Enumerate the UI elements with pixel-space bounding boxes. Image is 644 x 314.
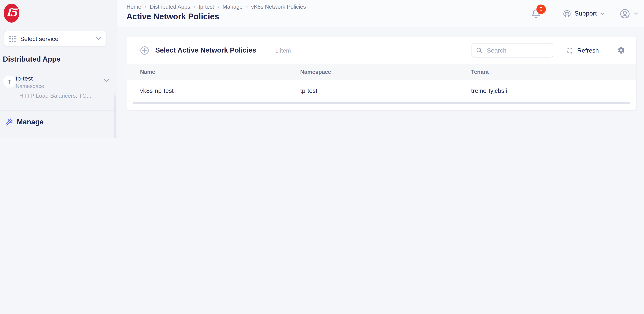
f5-logo[interactable]: f5 bbox=[4, 4, 19, 22]
app-root: f5 Select service Distributed Apps T tp-… bbox=[0, 0, 644, 138]
cell-tenant: treino-tyjcbsii bbox=[471, 87, 623, 94]
sidebar-item-load-balancers[interactable]: Load Balancers bbox=[0, 134, 117, 138]
breadcrumb-distributed-apps[interactable]: Distributed Apps bbox=[150, 4, 190, 10]
card-title: Select Active Network Policies bbox=[155, 46, 256, 54]
support-menu[interactable]: Support bbox=[562, 9, 605, 18]
page-title: Active Network Policies bbox=[126, 12, 219, 21]
breadcrumb: Home › Distributed Apps › tp-test › Mana… bbox=[126, 3, 306, 10]
scrolled-nav-item-subtitle: HTTP Load Balancers, TC... bbox=[19, 94, 114, 99]
sidebar-scrollbar-track[interactable] bbox=[114, 95, 116, 138]
chevron-down-icon bbox=[96, 37, 101, 40]
namespace-avatar: T bbox=[3, 76, 16, 88]
manage-label: Manage bbox=[17, 118, 44, 126]
divider bbox=[0, 110, 117, 111]
breadcrumb-vk8s-network-policies: vK8s Network Policies bbox=[251, 4, 306, 10]
breadcrumb-manage[interactable]: Manage bbox=[222, 4, 242, 10]
notifications-bell-button[interactable]: 5 bbox=[530, 8, 541, 19]
search-icon bbox=[476, 47, 483, 54]
user-icon bbox=[620, 8, 630, 19]
chevron-down-icon bbox=[104, 79, 109, 82]
sidebar-nav: Load Balancers Virtual Sites Alerts Mana… bbox=[0, 134, 117, 138]
divider bbox=[552, 6, 553, 20]
breadcrumb-separator: › bbox=[246, 3, 248, 10]
cell-name: vk8s-np-test bbox=[140, 87, 300, 94]
account-menu[interactable] bbox=[620, 8, 638, 19]
table-row[interactable]: vk8s-np-test tp-test treino-tyjcbsii bbox=[126, 80, 636, 101]
lifebuoy-icon bbox=[562, 9, 571, 18]
gear-icon[interactable] bbox=[617, 46, 625, 54]
table-header-row: Name Namespace Tenant bbox=[126, 64, 636, 80]
breadcrumb-separator: › bbox=[217, 3, 219, 10]
refresh-label: Refresh bbox=[577, 47, 599, 54]
search-input[interactable] bbox=[486, 46, 540, 54]
card-header: Select Active Network Policies 1 item bbox=[126, 36, 636, 64]
item-count: 1 item bbox=[275, 47, 291, 54]
top-bar-actions: 5 Support bbox=[530, 0, 638, 27]
breadcrumb-separator: › bbox=[145, 3, 147, 10]
column-header-name: Name bbox=[140, 69, 300, 75]
namespace-selector[interactable]: T tp-test Namespace bbox=[3, 75, 111, 90]
horizontal-scrollbar[interactable] bbox=[133, 102, 630, 104]
refresh-button[interactable]: Refresh bbox=[566, 46, 599, 54]
breadcrumb-separator: › bbox=[194, 3, 196, 10]
service-selector-label: Select service bbox=[20, 35, 58, 42]
column-header-namespace: Namespace bbox=[300, 69, 471, 75]
sidebar-section-title: Distributed Apps bbox=[3, 55, 60, 64]
breadcrumb-home[interactable]: Home bbox=[126, 4, 141, 10]
grid-icon bbox=[9, 35, 16, 42]
cell-namespace: tp-test bbox=[300, 87, 471, 94]
f5-logo-text: f5 bbox=[6, 6, 16, 18]
refresh-icon bbox=[566, 46, 574, 54]
chevron-down-icon bbox=[600, 12, 605, 15]
namespace-name: tp-test bbox=[16, 75, 33, 82]
scrolled-nav-item[interactable]: HTTP Load Balancers, TC... bbox=[0, 94, 114, 108]
support-label: Support bbox=[574, 10, 597, 17]
active-network-policies-card: Select Active Network Policies 1 item bbox=[126, 36, 636, 110]
wrench-icon bbox=[5, 118, 13, 126]
add-circle-icon[interactable] bbox=[140, 46, 149, 55]
notification-count-badge: 5 bbox=[536, 4, 546, 14]
chevron-down-icon bbox=[634, 12, 638, 15]
search-box bbox=[472, 43, 554, 58]
sidebar: f5 Select service Distributed Apps T tp-… bbox=[0, 0, 117, 138]
service-selector[interactable]: Select service bbox=[4, 31, 106, 46]
column-header-tenant: Tenant bbox=[471, 69, 623, 75]
main-area: Home › Distributed Apps › tp-test › Mana… bbox=[117, 0, 644, 138]
sidebar-item-manage[interactable]: Manage bbox=[5, 118, 44, 126]
namespace-type-label: Namespace bbox=[16, 83, 44, 89]
breadcrumb-tp-test[interactable]: tp-test bbox=[199, 4, 214, 10]
